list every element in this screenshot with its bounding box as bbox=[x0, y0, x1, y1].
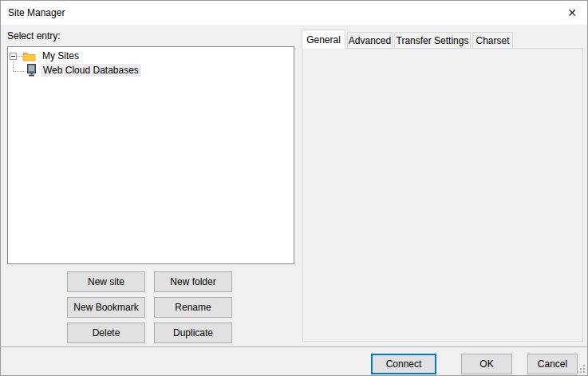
tab-advanced[interactable]: Advanced bbox=[347, 32, 393, 48]
tree-connector bbox=[13, 61, 14, 71]
tab-label: General bbox=[306, 34, 341, 46]
close-icon[interactable]: ✕ bbox=[559, 2, 585, 24]
tree-item-label: My Sites bbox=[40, 49, 81, 62]
rename-button[interactable]: Rename bbox=[154, 297, 232, 318]
connect-button[interactable]: Connect bbox=[371, 354, 436, 374]
tab-label: Transfer Settings bbox=[397, 35, 469, 46]
tree-collapse-icon[interactable] bbox=[10, 53, 17, 60]
resize-grip[interactable] bbox=[576, 364, 586, 374]
ok-button[interactable]: OK bbox=[461, 354, 512, 374]
tab-charset[interactable]: Charset bbox=[472, 32, 513, 48]
new-site-button[interactable]: New site bbox=[67, 271, 145, 292]
site-tree: My Sites Web Cloud Databases bbox=[7, 46, 294, 264]
site-manager-window: Site Manager ✕ Select entry: My Sites We… bbox=[0, 0, 588, 376]
tree-item-label: Web Cloud Databases bbox=[41, 64, 141, 77]
tree-item-my-sites[interactable]: My Sites bbox=[22, 49, 81, 63]
tab-general[interactable]: General bbox=[302, 30, 345, 49]
tree-item-web-cloud-databases[interactable]: Web Cloud Databases bbox=[26, 63, 141, 77]
window-title: Site Manager bbox=[8, 7, 65, 18]
server-icon bbox=[26, 64, 37, 77]
new-folder-button[interactable]: New folder bbox=[154, 271, 232, 292]
tab-label: Charset bbox=[476, 35, 509, 46]
general-tab-panel bbox=[302, 48, 583, 342]
duplicate-button[interactable]: Duplicate bbox=[154, 323, 232, 343]
delete-button[interactable]: Delete bbox=[67, 323, 145, 343]
folder-icon bbox=[22, 50, 36, 61]
footer-separator bbox=[1, 346, 588, 347]
tab-label: Advanced bbox=[349, 35, 391, 46]
select-entry-label: Select entry: bbox=[7, 30, 61, 42]
tree-connector bbox=[13, 71, 26, 72]
new-bookmark-button[interactable]: New Bookmark bbox=[67, 297, 145, 318]
titlebar: Site Manager ✕ bbox=[1, 1, 587, 25]
tab-transfer-settings[interactable]: Transfer Settings bbox=[394, 32, 471, 48]
cancel-button[interactable]: Cancel bbox=[527, 354, 578, 374]
